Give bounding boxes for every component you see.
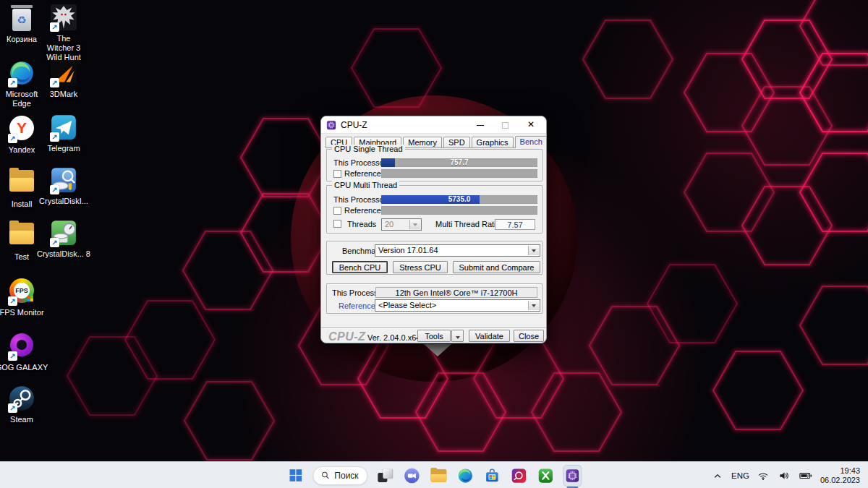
multi-reference-checkbox[interactable] [333, 207, 341, 215]
desktop-icon-fps-monitor[interactable]: FPS ↗ FPS Monitor [1, 277, 42, 317]
desktop-icon-witcher3[interactable]: ↗ The Witcher 3 Wild Hunt [43, 4, 84, 62]
tray-network-button[interactable] [756, 466, 770, 485]
folder-icon [431, 469, 447, 482]
group-cpu-multi-thread: CPU Multi Thread This Processor 5735.0 R… [326, 185, 542, 234]
processor-row-label: This Processor [333, 158, 386, 167]
tools-dropdown-button[interactable] [451, 330, 464, 342]
tray-chevron-button[interactable] [710, 466, 725, 485]
taskbar-edge[interactable] [456, 466, 475, 485]
benchmark-version-select[interactable]: Version 17.01.64 [375, 244, 540, 257]
reference-select[interactable]: <Please Select> [375, 299, 540, 312]
desktop-icon-label: Steam [1, 415, 42, 424]
start-button[interactable] [286, 466, 305, 485]
threads-select[interactable]: 20 [381, 218, 422, 231]
steam-icon: ↗ [8, 385, 35, 413]
battery-charging-icon [799, 468, 813, 483]
fps-monitor-icon: FPS ↗ [8, 278, 35, 306]
group-title: CPU Single Thread [332, 145, 405, 153]
taskbar-file-explorer[interactable] [430, 466, 448, 485]
taskbar-chat[interactable] [403, 466, 422, 485]
desktop-icon-telegram[interactable]: ↗ Telegram [43, 114, 84, 153]
ratio-label: Multi Thread Ratio [435, 220, 501, 228]
tray-volume-button[interactable] [777, 466, 791, 485]
group-benchmark: Benchmark Version 17.01.64 Bench CPU Str… [326, 241, 542, 275]
validate-button[interactable]: Validate [469, 330, 510, 342]
desktop-icon-3dmark[interactable]: ↗ 3DMark [43, 60, 84, 99]
chevron-up-icon [711, 469, 724, 482]
desktop-icon-steam[interactable]: ↗ Steam [1, 385, 42, 424]
submit-and-compare-button[interactable]: Submit and Compare [453, 261, 540, 273]
group-compare: This Processor 12th Gen Intel® Core™ i7-… [326, 283, 542, 314]
tab-graphics[interactable]: Graphics [472, 137, 514, 147]
shortcut-arrow-icon: ↗ [50, 132, 59, 142]
tools-button[interactable]: Tools [417, 330, 451, 342]
folder-icon [8, 170, 35, 197]
close-footer-button[interactable]: Close [514, 330, 544, 342]
single-reference-bar [381, 169, 537, 178]
window-title: CPU-Z [341, 120, 367, 130]
window-footer: CPU-Z Ver. 2.04.0.x64 Tools Validate Clo… [321, 328, 546, 343]
chevron-down-icon [528, 301, 539, 310]
desktop-icon-recycle-bin[interactable]: ♻ Корзина [1, 4, 42, 44]
multi-thread-score: 5735.0 [381, 195, 537, 204]
desktop-icon-yandex[interactable]: Y ↗ Yandex [1, 114, 42, 155]
single-thread-score: 757.7 [381, 158, 537, 167]
taskbar-clock[interactable]: 19:43 06.02.2023 [820, 466, 860, 485]
ratio-value-field: 7.57 [495, 219, 535, 230]
multi-thread-score-bar: 5735.0 [381, 195, 537, 204]
store-bag-icon [485, 468, 501, 484]
shortcut-arrow-icon: ↗ [8, 134, 17, 143]
taskbar-xbox[interactable] [537, 466, 556, 485]
desktop-icon-label: CrystalDiskI... [34, 197, 93, 206]
taskbar-microsoft-store[interactable] [483, 466, 502, 485]
desktop-icon-label: 3DMark [43, 90, 84, 99]
minimize-button[interactable] [469, 116, 491, 133]
search-box[interactable]: Поиск [312, 466, 367, 485]
desktop-icon-label: GOG GALAXY [0, 363, 51, 372]
clock-time: 19:43 [820, 466, 860, 476]
cpuz-window: CPU-Z ✕ CPU Mainboard Memory SPD Graphic… [320, 116, 547, 343]
desktop-icon-edge[interactable]: ↗ Microsoft Edge [1, 60, 42, 108]
tab-memory[interactable]: Memory [403, 137, 442, 147]
tab-spd[interactable]: SPD [443, 137, 470, 147]
shortcut-arrow-icon: ↗ [8, 403, 17, 413]
wifi-icon [757, 469, 770, 482]
edge-icon [458, 468, 474, 484]
single-reference-checkbox[interactable] [333, 170, 341, 178]
desktop-icon-label: Корзина [1, 35, 42, 44]
tray-battery-button[interactable] [798, 466, 814, 485]
taskbar-red-ring-app[interactable] [510, 466, 529, 485]
threads-checkbox[interactable] [333, 220, 341, 228]
taskbar-cpuz-active[interactable] [563, 466, 582, 485]
tab-bench[interactable]: Bench [515, 136, 547, 148]
desktop-icon-gog-galaxy[interactable]: ↗ GOG GALAXY [1, 331, 42, 372]
desktop-icon-label: Microsoft Edge [1, 90, 42, 108]
language-indicator[interactable]: ENG [731, 471, 749, 480]
titlebar[interactable]: CPU-Z ✕ [321, 116, 546, 134]
version-text: Ver. 2.04.0.x64 [367, 333, 420, 342]
taskbar: Поиск [0, 461, 868, 488]
stress-cpu-button[interactable]: Stress CPU [393, 261, 448, 273]
desktop-icon-crystaldiskinfo[interactable]: ↗ CrystalDiskI... [43, 167, 84, 206]
group-title: CPU Multi Thread [332, 181, 399, 189]
clock-date: 06.02.2023 [820, 476, 860, 485]
desktop-icon-label: CrystalDisk... 8 [34, 249, 93, 259]
desktop-icon-label: Telegram [43, 144, 84, 153]
desktop-icon-label: Yandex [1, 145, 42, 155]
task-view-button[interactable] [376, 466, 395, 485]
cpuz-logo: CPU-Z [328, 330, 365, 343]
witcher3-icon: ↗ [50, 4, 77, 32]
shortcut-arrow-icon: ↗ [8, 78, 17, 87]
desktop-icon-crystaldiskmark[interactable]: ↗ CrystalDisk... 8 [43, 220, 84, 259]
close-button[interactable]: ✕ [520, 116, 542, 133]
xbox-icon [538, 468, 554, 484]
bench-cpu-button[interactable]: Bench CPU [332, 261, 388, 273]
yandex-icon: Y ↗ [8, 116, 35, 143]
chevron-down-icon [528, 246, 539, 255]
shortcut-arrow-icon: ↗ [8, 296, 17, 306]
desktop-icon-label: FPS Monitor [0, 308, 51, 317]
shortcut-arrow-icon: ↗ [50, 22, 59, 32]
group-cpu-single-thread: CPU Single Thread This Processor 757.7 R… [326, 149, 542, 181]
processor-row-label: This Processor [333, 195, 386, 204]
reference-label: Reference [339, 301, 375, 310]
